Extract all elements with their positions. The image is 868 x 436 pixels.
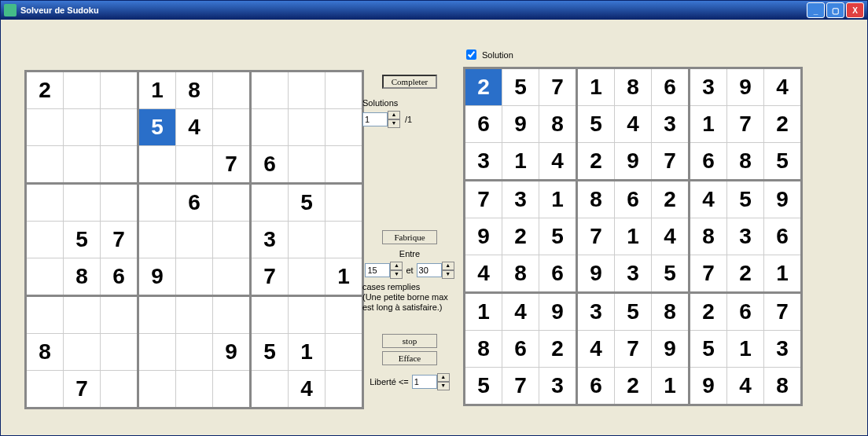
sudoku-cell[interactable]	[64, 296, 101, 334]
sudoku-cell[interactable]: 1	[539, 181, 577, 218]
sudoku-cell[interactable]: 5	[465, 368, 502, 405]
sudoku-cell[interactable]	[64, 71, 101, 109]
puzzle-grid[interactable]: 21854766557386971895174	[24, 70, 364, 409]
sudoku-cell[interactable]	[251, 109, 289, 146]
sudoku-cell[interactable]	[176, 371, 213, 409]
sudoku-cell[interactable]: 5	[652, 255, 690, 293]
sudoku-cell[interactable]: 6	[690, 143, 727, 181]
spinner-down-icon[interactable]: ▼	[442, 270, 454, 279]
sudoku-cell[interactable]	[101, 71, 138, 109]
sudoku-cell[interactable]: 8	[615, 68, 652, 106]
sudoku-cell[interactable]	[26, 258, 64, 296]
spinner-down-icon[interactable]: ▼	[437, 382, 450, 390]
sudoku-cell[interactable]: 6	[465, 106, 502, 143]
sudoku-cell[interactable]	[64, 184, 101, 222]
sudoku-cell[interactable]: 9	[764, 181, 802, 218]
sudoku-cell[interactable]	[101, 109, 138, 146]
sudoku-cell[interactable]: 2	[690, 293, 727, 331]
sudoku-cell[interactable]: 1	[652, 368, 690, 405]
sudoku-cell[interactable]: 5	[764, 143, 802, 181]
spinner-up-icon[interactable]: ▲	[437, 373, 450, 382]
sudoku-cell[interactable]: 7	[652, 143, 690, 181]
sudoku-cell[interactable]	[213, 109, 251, 146]
sudoku-cell[interactable]	[138, 296, 176, 334]
sudoku-cell[interactable]: 8	[176, 71, 213, 109]
sudoku-cell[interactable]: 7	[101, 222, 138, 258]
sudoku-cell[interactable]: 4	[690, 181, 727, 218]
sudoku-cell[interactable]	[326, 296, 363, 334]
sudoku-cell[interactable]: 4	[539, 143, 577, 181]
sudoku-cell[interactable]	[251, 71, 289, 109]
sudoku-cell[interactable]: 8	[652, 293, 690, 331]
sudoku-cell[interactable]: 9	[690, 368, 727, 405]
sudoku-cell[interactable]	[26, 109, 64, 146]
sudoku-cell[interactable]: 4	[615, 106, 652, 143]
sudoku-cell[interactable]: 4	[502, 293, 539, 331]
sudoku-cell[interactable]: 1	[289, 334, 326, 371]
sudoku-cell[interactable]	[289, 71, 326, 109]
spinner-up-icon[interactable]: ▲	[390, 262, 403, 270]
sudoku-cell[interactable]: 2	[577, 143, 615, 181]
sudoku-cell[interactable]: 4	[176, 109, 213, 146]
solutions-spinner[interactable]: ▲▼	[362, 111, 400, 128]
stop-button[interactable]: stop	[382, 334, 437, 348]
sudoku-cell[interactable]	[138, 334, 176, 371]
spinner-up-icon[interactable]: ▲	[442, 262, 454, 270]
sudoku-cell[interactable]: 5	[138, 109, 176, 146]
sudoku-cell[interactable]: 5	[502, 68, 539, 106]
sudoku-cell[interactable]	[213, 258, 251, 296]
sudoku-cell[interactable]: 4	[652, 218, 690, 255]
sudoku-cell[interactable]: 3	[690, 68, 727, 106]
sudoku-cell[interactable]	[138, 146, 176, 184]
sudoku-cell[interactable]: 3	[615, 255, 652, 293]
sudoku-cell[interactable]: 2	[502, 218, 539, 255]
sudoku-cell[interactable]: 1	[764, 255, 802, 293]
sudoku-cell[interactable]	[101, 146, 138, 184]
liberte-spinner[interactable]: ▲▼	[412, 373, 450, 390]
sudoku-cell[interactable]: 6	[577, 368, 615, 405]
spinner-down-icon[interactable]: ▼	[390, 270, 403, 279]
spinner-up-icon[interactable]: ▲	[388, 111, 400, 119]
sudoku-cell[interactable]	[326, 184, 363, 222]
sudoku-cell[interactable]: 7	[727, 106, 764, 143]
sudoku-cell[interactable]: 2	[26, 71, 64, 109]
spinner-down-icon[interactable]: ▼	[388, 119, 400, 128]
sudoku-cell[interactable]	[176, 258, 213, 296]
sudoku-cell[interactable]	[101, 184, 138, 222]
sudoku-cell[interactable]	[289, 146, 326, 184]
sudoku-cell[interactable]: 5	[64, 222, 101, 258]
sudoku-cell[interactable]: 5	[577, 106, 615, 143]
sudoku-cell[interactable]: 7	[64, 371, 101, 409]
sudoku-cell[interactable]	[26, 146, 64, 184]
sudoku-cell[interactable]: 7	[502, 368, 539, 405]
sudoku-cell[interactable]	[326, 71, 363, 109]
sudoku-cell[interactable]: 3	[577, 293, 615, 331]
sudoku-cell[interactable]: 4	[727, 368, 764, 405]
entre-min-input[interactable]	[365, 263, 390, 277]
sudoku-cell[interactable]: 5	[615, 293, 652, 331]
sudoku-cell[interactable]: 7	[615, 331, 652, 368]
sudoku-cell[interactable]: 3	[727, 218, 764, 255]
sudoku-cell[interactable]: 6	[652, 68, 690, 106]
sudoku-cell[interactable]	[176, 296, 213, 334]
sudoku-cell[interactable]	[176, 222, 213, 258]
sudoku-cell[interactable]: 2	[652, 181, 690, 218]
sudoku-cell[interactable]	[213, 184, 251, 222]
efface-button[interactable]: Efface	[382, 351, 437, 365]
solution-checkbox[interactable]: Solution	[463, 47, 513, 62]
sudoku-cell[interactable]: 2	[615, 368, 652, 405]
minimize-button[interactable]: _	[807, 2, 825, 18]
sudoku-cell[interactable]: 1	[727, 331, 764, 368]
sudoku-cell[interactable]: 9	[213, 334, 251, 371]
sudoku-cell[interactable]: 3	[652, 106, 690, 143]
sudoku-cell[interactable]: 5	[727, 181, 764, 218]
solution-checkbox-input[interactable]	[466, 49, 476, 60]
sudoku-cell[interactable]: 8	[539, 106, 577, 143]
sudoku-cell[interactable]	[138, 184, 176, 222]
sudoku-cell[interactable]	[326, 222, 363, 258]
sudoku-cell[interactable]: 6	[176, 184, 213, 222]
sudoku-cell[interactable]	[251, 184, 289, 222]
sudoku-cell[interactable]: 9	[652, 331, 690, 368]
sudoku-cell[interactable]: 1	[502, 143, 539, 181]
sudoku-cell[interactable]: 6	[251, 146, 289, 184]
